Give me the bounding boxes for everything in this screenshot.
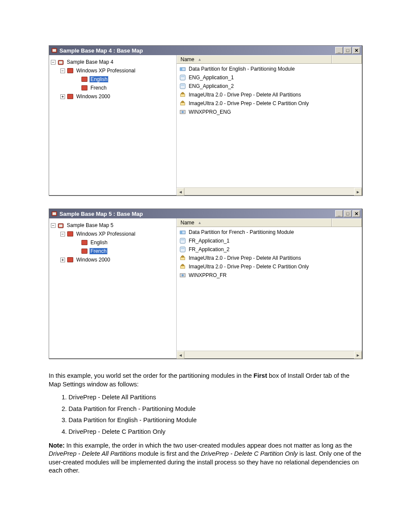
window-titlebar[interactable]: Sample Base Map 5 : Base Map _ □ ✕ bbox=[49, 209, 362, 218]
list-item[interactable]: ENG_Application_2 bbox=[178, 82, 360, 90]
sort-ascending-icon: ▲ bbox=[198, 57, 202, 62]
expander-icon[interactable]: + bbox=[60, 94, 65, 99]
expander-icon[interactable]: − bbox=[60, 68, 65, 73]
prep-icon bbox=[179, 263, 186, 270]
tree-item-win2000[interactable]: + Windows 2000 bbox=[51, 255, 174, 264]
note-label: Note: bbox=[49, 442, 65, 449]
minimize-button[interactable]: _ bbox=[335, 210, 343, 217]
list-item: 4. DrivePrep - Delete C Partition Only bbox=[62, 426, 362, 437]
folder-icon bbox=[67, 68, 74, 74]
scroll-left-button[interactable]: ◄ bbox=[177, 351, 184, 359]
expander-icon[interactable]: + bbox=[60, 258, 65, 262]
list-item[interactable]: ENG_Application_1 bbox=[178, 73, 360, 82]
column-header-label: Name bbox=[181, 56, 194, 62]
column-header-name[interactable]: Name ▲ bbox=[177, 55, 332, 63]
list-header: Name ▲ bbox=[177, 55, 362, 64]
folder-icon bbox=[67, 257, 74, 263]
scrollbar-track[interactable] bbox=[184, 351, 354, 358]
close-button[interactable]: ✕ bbox=[352, 210, 360, 217]
tree-label: Sample Base Map 4 bbox=[66, 59, 114, 65]
tree-item-win2000[interactable]: + Windows 2000 bbox=[51, 92, 174, 101]
folder-icon bbox=[81, 85, 88, 91]
expander-icon[interactable]: − bbox=[51, 223, 56, 228]
list-item[interactable]: WINXPPRO_FR bbox=[178, 271, 360, 280]
list-item[interactable]: FR_Application_1 bbox=[178, 236, 360, 245]
app-icon bbox=[179, 237, 186, 244]
os-icon bbox=[179, 109, 186, 115]
list-item-label: ImageUltra 2.0 - Drive Prep - Delete C P… bbox=[189, 100, 309, 106]
list-item[interactable]: WINXPPRO_ENG bbox=[178, 108, 360, 116]
prep-icon bbox=[179, 255, 186, 261]
list-item[interactable]: ImageUltra 2.0 - Drive Prep - Delete C P… bbox=[178, 262, 360, 271]
maximize-button[interactable]: □ bbox=[344, 47, 352, 54]
column-header-label: Name bbox=[181, 220, 194, 226]
list-panel: Name ▲ Data Partition for English - Part… bbox=[177, 55, 362, 195]
folder-icon bbox=[67, 93, 74, 100]
list-item[interactable]: ImageUltra 2.0 - Drive Prep - Delete All… bbox=[178, 254, 360, 262]
tree-item-winxp[interactable]: − Windows XP Professional bbox=[51, 230, 174, 238]
list-item: 3. Data Partition for English - Partitio… bbox=[62, 415, 362, 426]
horizontal-scrollbar[interactable]: ◄ ► bbox=[177, 187, 362, 195]
prep-icon bbox=[179, 91, 186, 98]
scroll-right-button[interactable]: ► bbox=[354, 351, 362, 359]
list-item[interactable]: ImageUltra 2.0 - Drive Prep - Delete All… bbox=[178, 90, 360, 99]
map-icon bbox=[51, 210, 58, 217]
list-header: Name ▲ bbox=[177, 218, 362, 227]
app-icon bbox=[179, 74, 186, 81]
minimize-button[interactable]: _ bbox=[335, 47, 343, 54]
ordered-list: 1. DrivePrep - Delete All Partitions 2. … bbox=[62, 392, 362, 437]
folder-icon bbox=[81, 240, 88, 246]
list-item-label: ENG_Application_1 bbox=[189, 75, 234, 81]
tree-label: Windows 2000 bbox=[75, 257, 111, 263]
expander-icon[interactable]: − bbox=[60, 232, 65, 236]
list-item-label: WINXPPRO_FR bbox=[189, 272, 227, 278]
list-item-label: ImageUltra 2.0 - Drive Prep - Delete All… bbox=[189, 92, 301, 98]
window-sample-base-map-4: Sample Base Map 4 : Base Map _ □ ✕ − Sam… bbox=[49, 45, 362, 196]
list-item[interactable]: ImageUltra 2.0 - Drive Prep - Delete C P… bbox=[178, 99, 360, 108]
tree-item-french[interactable]: French bbox=[51, 247, 174, 255]
list-item[interactable]: Data Partition for English - Partitionin… bbox=[178, 65, 360, 73]
folder-icon bbox=[67, 231, 74, 237]
window-title: Sample Base Map 4 : Base Map bbox=[59, 47, 143, 54]
app-icon bbox=[179, 246, 186, 253]
tree-label: Windows XP Professional bbox=[75, 231, 136, 237]
tree-panel: − Sample Base Map 4 − Windows XP Profess… bbox=[49, 55, 177, 195]
italic: DrivePrep - Delete All Partitions bbox=[49, 450, 136, 457]
tree-item-english[interactable]: English bbox=[51, 238, 174, 247]
horizontal-scrollbar[interactable]: ◄ ► bbox=[177, 351, 362, 358]
folder-icon bbox=[81, 76, 88, 82]
map-icon bbox=[57, 222, 64, 228]
tree-label: Windows XP Professional bbox=[75, 68, 136, 74]
list-item-label: ENG_Application_2 bbox=[189, 83, 234, 89]
tree-label: French bbox=[90, 85, 107, 91]
window-titlebar[interactable]: Sample Base Map 4 : Base Map _ □ ✕ bbox=[49, 46, 362, 55]
sort-ascending-icon: ▲ bbox=[198, 221, 202, 225]
scroll-right-button[interactable]: ► bbox=[354, 188, 362, 196]
list-item[interactable]: FR_Application_2 bbox=[178, 245, 360, 254]
note-paragraph: Note: In this example, the order in whic… bbox=[49, 442, 362, 475]
tree-item-french[interactable]: French bbox=[51, 84, 174, 92]
tree-item-winxp[interactable]: − Windows XP Professional bbox=[51, 66, 174, 75]
list-item[interactable]: Data Partition for French - Partitioning… bbox=[178, 228, 360, 236]
expander-icon[interactable]: − bbox=[51, 60, 56, 65]
list-item: 2. Data Partition for French - Partition… bbox=[62, 404, 362, 414]
tree-item-english[interactable]: English bbox=[51, 75, 174, 84]
column-header-name[interactable]: Name ▲ bbox=[177, 218, 332, 227]
tree-root[interactable]: − Sample Base Map 5 bbox=[51, 221, 174, 230]
tree-label: English bbox=[90, 240, 108, 246]
list-item-label: FR_Application_1 bbox=[189, 238, 230, 244]
scrollbar-track[interactable] bbox=[184, 188, 354, 195]
list-item: 1. DrivePrep - Delete All Partitions bbox=[62, 392, 362, 403]
body-text: In this example, you world set the order… bbox=[49, 372, 362, 475]
scroll-left-button[interactable]: ◄ bbox=[177, 188, 184, 196]
maximize-button[interactable]: □ bbox=[344, 210, 352, 217]
list-item-label: WINXPPRO_ENG bbox=[189, 109, 231, 115]
bold-first: First bbox=[254, 372, 267, 379]
folder-icon bbox=[81, 248, 88, 254]
tree-panel: − Sample Base Map 5 − Windows XP Profess… bbox=[49, 218, 177, 358]
map-icon bbox=[51, 47, 58, 54]
partition-icon bbox=[179, 229, 186, 236]
close-button[interactable]: ✕ bbox=[352, 47, 360, 54]
list-item-label: Data Partition for English - Partitionin… bbox=[189, 66, 295, 72]
tree-root[interactable]: − Sample Base Map 4 bbox=[51, 58, 174, 66]
